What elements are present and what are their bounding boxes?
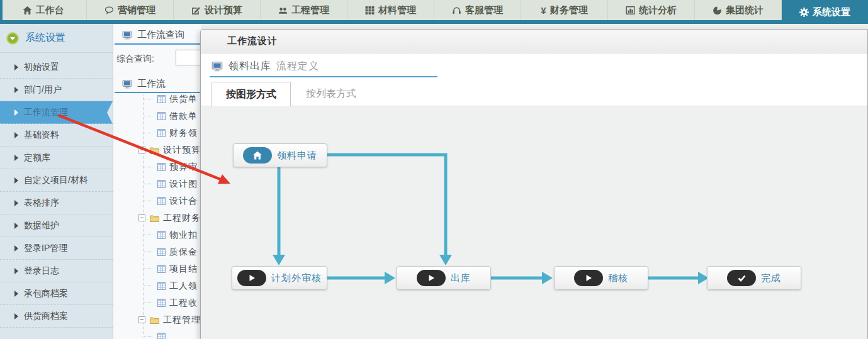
sidebar-item-label: 登录日志 <box>24 265 59 277</box>
sidebar-item-data-maintenance[interactable]: 数据维护 <box>0 214 113 237</box>
monitor-icon <box>122 80 133 89</box>
sidebar-item-departments-users[interactable]: 部门/用户 <box>0 79 113 101</box>
play-icon <box>574 270 603 286</box>
nav-item-marketing[interactable]: 营销管理 <box>86 0 173 20</box>
flow-node-audit[interactable]: 稽核 <box>554 266 648 290</box>
tree-item[interactable]: 工程收 <box>113 294 201 311</box>
pie-chart-icon <box>713 6 722 15</box>
tree-item-label: 工人领 <box>169 281 198 292</box>
nav-item-label: 集团统计 <box>726 4 764 16</box>
sidebar-item-initial-settings[interactable]: 初始设置 <box>0 56 113 79</box>
tree-folder[interactable]: 工程管理 <box>113 311 201 328</box>
caret-right-icon <box>14 245 18 252</box>
workflow-tree: 供货单 借款单 财务领 设计预算 预算审 设计图 设计合 工程财务 物业扣 质保… <box>113 94 201 339</box>
sidebar-item-workflow-management[interactable]: 工作流管理 <box>0 101 113 124</box>
nav-item-label: 工程管理 <box>291 4 329 16</box>
home-icon <box>23 6 32 15</box>
tree-item[interactable]: 预算审 <box>113 158 201 175</box>
flow-node-unplanned-review[interactable]: 计划外审核 <box>232 266 327 290</box>
nav-item-label: 财务管理 <box>550 4 588 16</box>
sidebar-item-label: 自定义项目/材料 <box>24 175 88 186</box>
tree-item[interactable]: 设计合 <box>113 192 201 209</box>
nav-left-accent <box>0 0 3 20</box>
caret-right-icon <box>14 109 18 116</box>
tree-item[interactable]: 质保金 <box>113 243 201 260</box>
caret-right-icon <box>14 268 18 274</box>
tree-item[interactable]: 借款单 <box>113 108 201 125</box>
search-input[interactable] <box>176 50 201 65</box>
check-icon <box>727 270 756 286</box>
collapse-minus-icon[interactable] <box>138 316 145 323</box>
sidebar-item-custom-projects-materials[interactable]: 自定义项目/材料 <box>0 169 113 192</box>
workflow-canvas[interactable]: 领料申请 计划外审核 出库 稽核 完成 <box>201 106 867 339</box>
tree-item[interactable]: 财务领 <box>113 125 201 142</box>
nav-item-workbench[interactable]: 工作台 <box>0 0 86 20</box>
tree-item-label: 预算审 <box>169 162 198 173</box>
sidebar-item-label: 工作流管理 <box>24 107 68 118</box>
edit-icon <box>191 6 201 15</box>
nav-item-statistics[interactable]: 统计分析 <box>607 0 694 20</box>
tree-item-label: 供货单 <box>169 94 198 105</box>
collapse-minus-icon[interactable] <box>138 214 145 221</box>
sidebar-item-label: 承包商档案 <box>24 288 68 299</box>
tab-list-view[interactable]: 按列表方式 <box>292 82 370 106</box>
tree-item-label: 设计图 <box>169 179 198 190</box>
sidebar-title: 系统设置 <box>25 31 65 45</box>
collapse-chevron-icon[interactable] <box>6 32 19 45</box>
sidebar-item-quota-library[interactable]: 定额库 <box>0 147 113 169</box>
users-icon <box>278 6 288 15</box>
nav-item-design-budget[interactable]: 设计预算 <box>173 0 260 20</box>
caret-right-icon <box>14 132 18 138</box>
sidebar-item-table-sorting[interactable]: 表格排序 <box>0 192 113 214</box>
table-icon <box>157 265 166 273</box>
bar-chart-icon <box>626 6 635 15</box>
tree-item[interactable]: 工人领 <box>113 277 201 294</box>
query-panel-header: 工作流查询 <box>122 29 184 41</box>
caret-right-icon <box>14 64 18 70</box>
nav-item-group-stats[interactable]: 集团统计 <box>694 0 781 20</box>
tree-item-label: 物业扣 <box>169 230 198 241</box>
tab-graphic-view[interactable]: 按图形方式 <box>211 82 291 106</box>
nav-item-engineering[interactable]: 工程管理 <box>260 0 347 20</box>
tree-item[interactable]: 物业扣 <box>113 226 201 243</box>
nav-item-finance[interactable]: ¥ 财务管理 <box>521 0 607 20</box>
table-icon <box>157 299 166 307</box>
tree-item[interactable]: 供货单 <box>113 94 201 108</box>
folder-icon <box>150 214 159 222</box>
tree-item[interactable]: 项目结 <box>113 260 201 277</box>
flow-node-material-request[interactable]: 领料申请 <box>233 143 327 167</box>
sidebar-item-label: 表格排序 <box>24 197 59 209</box>
nav-item-customer-service[interactable]: 客服管理 <box>434 0 521 20</box>
sidebar-item-login-log[interactable]: 登录日志 <box>0 260 113 282</box>
tree-item-label: 工程财务 <box>163 213 201 224</box>
process-suffix: 流程定义 <box>276 60 319 73</box>
nav-item-label: 系统设置 <box>813 6 850 18</box>
nav-active-strip <box>0 20 868 24</box>
search-label: 综合查询: <box>116 53 154 65</box>
tree-folder[interactable]: 设计预算 <box>113 142 201 158</box>
tree-item[interactable]: 设计图 <box>113 175 201 192</box>
caret-right-icon <box>14 177 18 184</box>
nav-item-materials[interactable]: 材料管理 <box>347 0 434 20</box>
table-icon <box>157 112 166 120</box>
sidebar-item-supplier-archive[interactable]: 供货商档案 <box>0 305 113 328</box>
flow-node-outbound[interactable]: 出库 <box>397 266 491 290</box>
sidebar-header[interactable]: 系统设置 <box>0 24 113 53</box>
tree-item-label: 项目结 <box>169 264 198 275</box>
tree-item-label: 设计预算 <box>163 145 201 156</box>
sidebar-item-login-ip[interactable]: 登录IP管理 <box>0 237 113 260</box>
table-icon <box>157 95 166 103</box>
caret-right-icon <box>14 291 18 297</box>
table-icon <box>157 129 166 137</box>
sidebar-item-label: 初始设置 <box>24 62 59 73</box>
flow-node-label: 领料申请 <box>277 150 317 162</box>
flow-node-complete[interactable]: 完成 <box>707 266 801 290</box>
workflow-design-panel: 工作流设计 领料出库 流程定义 按图形方式 按列表方式 <box>200 29 868 339</box>
sidebar-item-contractor-archive[interactable]: 承包商档案 <box>0 282 113 305</box>
table-icon <box>157 231 166 239</box>
sidebar-item-basic-data[interactable]: 基础资料 <box>0 124 113 147</box>
tree-folder[interactable]: 工程财务 <box>113 209 201 226</box>
tree-item[interactable] <box>113 328 201 339</box>
collapse-minus-icon[interactable] <box>138 147 145 153</box>
sidebar-item-label: 登录IP管理 <box>24 243 67 254</box>
